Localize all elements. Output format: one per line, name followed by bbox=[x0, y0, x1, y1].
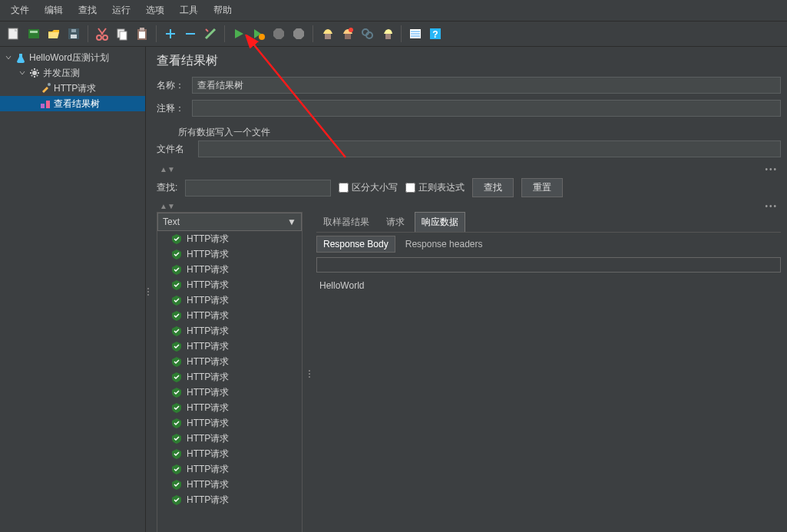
tree-label: 并发压测 bbox=[43, 67, 80, 80]
tab-response-data[interactable]: 响应数据 bbox=[415, 212, 465, 232]
collapse-icon[interactable] bbox=[181, 25, 200, 43]
result-item[interactable]: HTTP请求 bbox=[157, 354, 302, 369]
result-item[interactable]: HTTP请求 bbox=[157, 292, 302, 308]
menu-run[interactable]: 运行 bbox=[104, 2, 138, 18]
result-item[interactable]: HTTP请求 bbox=[157, 246, 302, 262]
tree-label: HTTP请求 bbox=[54, 82, 96, 95]
cut-icon[interactable] bbox=[93, 25, 111, 43]
menu-options[interactable]: 选项 bbox=[138, 2, 172, 18]
search-button[interactable]: 查找 bbox=[472, 178, 514, 197]
menu-tools[interactable]: 工具 bbox=[172, 2, 206, 18]
result-item[interactable]: HTTP请求 bbox=[157, 339, 302, 354]
menu-help[interactable]: 帮助 bbox=[206, 2, 240, 18]
toolbar: ? bbox=[0, 21, 787, 47]
result-item[interactable]: HTTP请求 bbox=[157, 477, 302, 492]
svg-point-18 bbox=[349, 28, 353, 32]
result-label: HTTP请求 bbox=[187, 494, 229, 507]
reset-search-icon[interactable] bbox=[378, 25, 396, 43]
success-icon bbox=[171, 418, 182, 428]
svg-marker-14 bbox=[273, 28, 284, 39]
result-item[interactable]: HTTP请求 bbox=[157, 277, 302, 292]
success-icon bbox=[171, 249, 182, 259]
function-helper-icon[interactable] bbox=[406, 25, 425, 43]
svg-rect-5 bbox=[71, 29, 76, 32]
result-item[interactable]: HTTP请求 bbox=[157, 400, 302, 415]
section-toggle-2[interactable]: ▲▼••• bbox=[157, 200, 781, 212]
open-icon[interactable] bbox=[45, 25, 63, 43]
result-label: HTTP请求 bbox=[187, 279, 229, 292]
svg-rect-16 bbox=[325, 34, 331, 39]
tree-node-testplan[interactable]: HelloWord压测计划 bbox=[0, 50, 145, 65]
svg-rect-4 bbox=[71, 35, 77, 38]
svg-point-13 bbox=[259, 34, 265, 40]
splitter-handle[interactable] bbox=[307, 212, 312, 532]
search-icon[interactable] bbox=[358, 25, 376, 43]
result-label: HTTP请求 bbox=[187, 355, 229, 368]
templates-icon[interactable] bbox=[25, 25, 43, 43]
copy-icon[interactable] bbox=[113, 25, 131, 43]
comment-input[interactable] bbox=[192, 100, 781, 117]
render-combo[interactable]: Text ▼ bbox=[157, 213, 302, 231]
menu-search[interactable]: 查找 bbox=[71, 2, 104, 18]
response-body-text: HelloWorld bbox=[316, 273, 781, 299]
toggle-icon[interactable] bbox=[201, 25, 220, 43]
save-icon[interactable] bbox=[64, 25, 83, 43]
svg-point-7 bbox=[103, 35, 107, 40]
result-item[interactable]: HTTP请求 bbox=[157, 461, 302, 477]
combo-value: Text bbox=[163, 216, 180, 227]
result-item[interactable]: HTTP请求 bbox=[157, 262, 302, 277]
stop-icon[interactable] bbox=[269, 25, 288, 43]
results-tree-icon bbox=[40, 98, 51, 109]
result-item[interactable]: HTTP请求 bbox=[157, 492, 302, 507]
chevron-down-icon[interactable] bbox=[5, 54, 12, 61]
subtab-response-headers[interactable]: Response headers bbox=[398, 236, 490, 253]
write-all-label: 所有数据写入一个文件 bbox=[157, 123, 781, 140]
result-item[interactable]: HTTP请求 bbox=[157, 431, 302, 446]
help-icon[interactable]: ? bbox=[426, 25, 445, 43]
result-label: HTTP请求 bbox=[187, 340, 229, 353]
result-item[interactable]: HTTP请求 bbox=[157, 369, 302, 385]
result-item[interactable]: HTTP请求 bbox=[157, 231, 302, 246]
case-sensitive-checkbox[interactable]: 区分大小写 bbox=[339, 181, 398, 194]
subtab-response-body[interactable]: Response Body bbox=[316, 236, 395, 253]
expand-icon[interactable] bbox=[161, 25, 180, 43]
result-item[interactable]: HTTP请求 bbox=[157, 415, 302, 431]
success-icon bbox=[171, 295, 182, 306]
tree-node-threadgroup[interactable]: 并发压测 bbox=[0, 65, 145, 81]
menu-file[interactable]: 文件 bbox=[3, 2, 37, 18]
search-input[interactable] bbox=[185, 180, 331, 197]
result-list[interactable]: HTTP请求HTTP请求HTTP请求HTTP请求HTTP请求HTTP请求HTTP… bbox=[157, 231, 302, 532]
tree-node-sampler[interactable]: HTTP请求 bbox=[0, 81, 145, 96]
result-item[interactable]: HTTP请求 bbox=[157, 446, 302, 461]
tree-label: HelloWord压测计划 bbox=[29, 51, 109, 64]
gear-icon bbox=[29, 68, 40, 78]
paste-icon[interactable] bbox=[133, 25, 151, 43]
run-icon[interactable] bbox=[230, 25, 248, 43]
result-item[interactable]: HTTP请求 bbox=[157, 385, 302, 400]
tree-node-listener[interactable]: 查看结果树 bbox=[0, 96, 145, 111]
result-item[interactable]: HTTP请求 bbox=[157, 323, 302, 339]
result-label: HTTP请求 bbox=[187, 386, 229, 399]
menu-edit[interactable]: 编辑 bbox=[37, 2, 71, 18]
tree-label: 查看结果树 bbox=[54, 97, 100, 111]
chevron-down-icon[interactable] bbox=[18, 69, 26, 77]
shutdown-icon[interactable] bbox=[289, 25, 308, 43]
section-toggle[interactable]: ▲▼••• bbox=[157, 164, 781, 175]
svg-rect-9 bbox=[120, 31, 127, 40]
clear-icon[interactable] bbox=[318, 25, 336, 43]
filename-input[interactable] bbox=[198, 140, 781, 157]
result-label: HTTP请求 bbox=[187, 309, 229, 322]
name-input[interactable] bbox=[192, 77, 781, 94]
tab-sampler-result[interactable]: 取样器结果 bbox=[316, 212, 376, 232]
reset-button[interactable]: 重置 bbox=[521, 178, 563, 197]
svg-rect-0 bbox=[8, 28, 18, 39]
regex-checkbox[interactable]: 正则表达式 bbox=[405, 181, 465, 194]
success-icon bbox=[171, 479, 182, 490]
success-icon bbox=[171, 264, 182, 275]
new-icon[interactable] bbox=[5, 25, 23, 43]
clear-all-icon[interactable] bbox=[338, 25, 356, 43]
run-no-timer-icon[interactable] bbox=[250, 25, 268, 43]
result-item[interactable]: HTTP请求 bbox=[157, 308, 302, 323]
tab-request[interactable]: 请求 bbox=[379, 212, 412, 232]
svg-point-26 bbox=[48, 83, 51, 86]
